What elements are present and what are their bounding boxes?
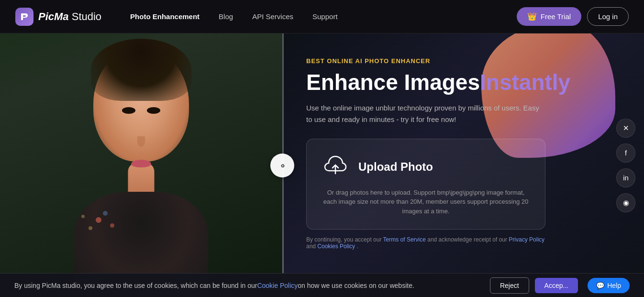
photo-image xyxy=(0,33,282,297)
logo-icon xyxy=(15,8,33,26)
accept-button[interactable]: Accep... xyxy=(535,278,578,293)
cookie-text: By using PicMa studio, you agree to the … xyxy=(14,282,484,289)
nav-support[interactable]: Support xyxy=(312,12,338,21)
slider-handle[interactable]: ‹› xyxy=(270,154,294,177)
hero-content: BEST ONLINE AI PHOTO ENHANCER Enhance Im… xyxy=(306,57,606,250)
main-area: ‹› BEST ONLINE AI PHOTO ENHANCER Enhance… xyxy=(0,33,644,297)
nav-photo-enhancement[interactable]: Photo Enhancement xyxy=(130,12,200,21)
brand-name: PicMa Studio xyxy=(38,11,101,23)
nav-blog[interactable]: Blog xyxy=(219,12,233,21)
crown-icon: 👑 xyxy=(527,12,537,21)
help-button[interactable]: 💬 Help xyxy=(588,278,630,293)
nav-api-services[interactable]: API Services xyxy=(252,12,293,21)
logo[interactable]: PicMa Studio xyxy=(15,8,101,26)
right-panel: BEST ONLINE AI PHOTO ENHANCER Enhance Im… xyxy=(282,33,644,297)
upload-box[interactable]: Upload Photo Or drag photos here to uplo… xyxy=(306,139,545,230)
facebook-button[interactable]: f xyxy=(616,143,635,163)
terms-of-service-link[interactable]: Terms of Service xyxy=(383,236,426,243)
reddit-button[interactable]: ◉ xyxy=(616,193,635,212)
cookie-bar: By using PicMa studio, you agree to the … xyxy=(0,273,644,297)
upload-icon-wrap xyxy=(321,153,350,181)
cookies-policy-link[interactable]: Cookies Policy xyxy=(317,243,355,250)
photo-panel xyxy=(0,33,282,297)
twitter-button[interactable]: ✕ xyxy=(616,119,635,138)
login-button[interactable]: Log in xyxy=(587,7,629,26)
hero-subtitle: BEST ONLINE AI PHOTO ENHANCER xyxy=(306,57,606,65)
reject-button[interactable]: Reject xyxy=(490,277,529,294)
privacy-policy-link[interactable]: Privacy Policy xyxy=(509,236,544,243)
help-chat-icon: 💬 xyxy=(596,282,604,289)
nav-actions: 👑 Free Trial Log in xyxy=(517,7,629,26)
upload-cloud-icon xyxy=(323,154,348,179)
cookie-policy-link[interactable]: Cookie Policy xyxy=(257,282,298,289)
hero-title: Enhance ImagesInstantly xyxy=(306,70,606,95)
social-bar: ✕ f in ◉ xyxy=(616,119,635,212)
slider-arrows-icon: ‹› xyxy=(281,161,284,170)
hero-description: Use the online image unblur technology p… xyxy=(306,102,545,125)
terms-text: By continuing, you accept our Terms of S… xyxy=(306,236,545,250)
nav-links: Photo Enhancement Blog API Services Supp… xyxy=(130,12,517,21)
linkedin-button[interactable]: in xyxy=(616,168,635,187)
free-trial-button[interactable]: 👑 Free Trial xyxy=(517,7,581,26)
upload-description: Or drag photos here to upload. Support b… xyxy=(321,188,531,216)
upload-top: Upload Photo xyxy=(321,153,531,181)
navbar: PicMa Studio Photo Enhancement Blog API … xyxy=(0,0,644,33)
upload-title: Upload Photo xyxy=(358,160,433,174)
